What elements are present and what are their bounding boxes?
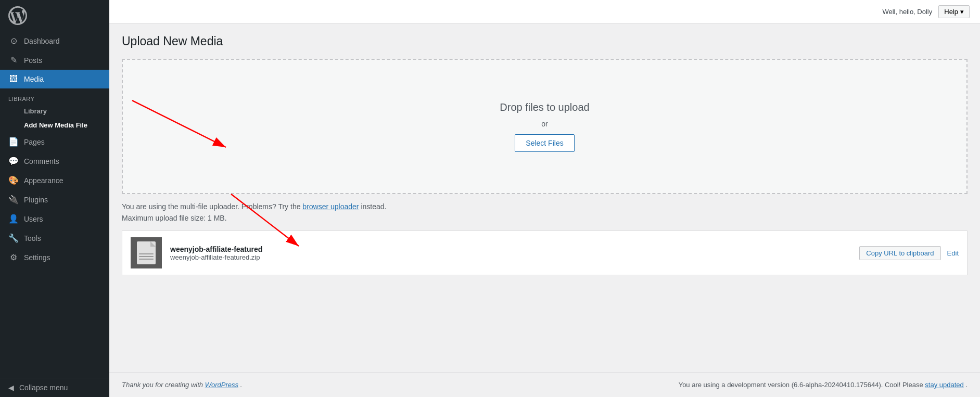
- file-icon-inner: [137, 241, 156, 264]
- chevron-down-icon: ▾: [960, 8, 964, 16]
- file-filename: weenyjob-affiliate-featured.zip: [170, 253, 851, 261]
- footer-left: Thank you for creating with WordPress .: [122, 381, 242, 389]
- file-icon-lines: [139, 253, 154, 261]
- sidebar-item-users[interactable]: 👤 Users: [0, 209, 109, 228]
- plugins-icon: 🔌: [8, 195, 19, 204]
- uploader-text: You are using the multi-file uploader. P…: [122, 202, 300, 211]
- footer-period2: .: [965, 381, 968, 389]
- pages-icon: 📄: [8, 137, 19, 147]
- stay-updated-link[interactable]: stay updated: [925, 381, 963, 389]
- settings-icon: ⚙: [8, 252, 19, 262]
- media-icon: 🖼: [8, 74, 19, 84]
- dashboard-icon: ⊙: [8, 36, 19, 46]
- appearance-icon: 🎨: [8, 175, 19, 185]
- copy-url-button[interactable]: Copy URL to clipboard: [859, 246, 940, 260]
- file-info: weenyjob-affiliate-featured weenyjob-aff…: [170, 245, 851, 261]
- sidebar-item-settings[interactable]: ⚙ Settings: [0, 248, 109, 267]
- select-files-button[interactable]: Select Files: [515, 134, 574, 152]
- sidebar-item-appearance-label: Appearance: [24, 176, 63, 185]
- topbar: Well, hello, Dolly Help ▾: [109, 0, 980, 24]
- sidebar-item-media-label: Media: [24, 75, 44, 83]
- media-library-label: Library: [0, 88, 109, 104]
- wordpress-icon: [8, 6, 27, 25]
- sidebar-item-users-label: Users: [24, 215, 43, 223]
- file-icon: [131, 237, 162, 268]
- greeting-text: Well, hello, Dolly: [882, 8, 932, 16]
- sidebar-item-pages-label: Pages: [24, 138, 45, 146]
- file-icon-line-1: [139, 253, 154, 254]
- thank-you-text: Thank you for creating with: [122, 381, 203, 389]
- users-icon: 👤: [8, 214, 19, 224]
- tools-icon: 🔧: [8, 233, 19, 243]
- file-icon-line-3: [139, 259, 154, 260]
- drop-zone-text: Drop files to upload: [500, 101, 589, 113]
- posts-icon: ✎: [8, 55, 19, 65]
- file-row: weenyjob-affiliate-featured weenyjob-aff…: [122, 230, 968, 275]
- file-name: weenyjob-affiliate-featured: [170, 245, 851, 253]
- footer-period: .: [240, 381, 243, 389]
- uploader-info: You are using the multi-file uploader. P…: [122, 202, 968, 211]
- drop-zone[interactable]: Drop files to upload or Select Files: [122, 59, 968, 194]
- collapse-icon: ◀: [8, 383, 14, 392]
- file-actions: Copy URL to clipboard Edit: [859, 246, 959, 260]
- sidebar-item-posts-label: Posts: [24, 56, 42, 65]
- sidebar-item-tools-label: Tools: [24, 234, 41, 242]
- main-content: Well, hello, Dolly Help ▾ Upload New Med…: [109, 0, 980, 397]
- comments-icon: 💬: [8, 156, 19, 166]
- sidebar-item-tools[interactable]: 🔧 Tools: [0, 228, 109, 248]
- footer-right: You are using a development version (6.6…: [679, 381, 968, 389]
- drop-zone-wrapper: Drop files to upload or Select Files: [122, 59, 968, 194]
- sidebar-item-dashboard-label: Dashboard: [24, 37, 60, 45]
- edit-link[interactable]: Edit: [947, 249, 959, 257]
- instead-text: instead.: [361, 202, 386, 211]
- sidebar-item-dashboard[interactable]: ⊙ Dashboard: [0, 31, 109, 50]
- wordpress-link[interactable]: WordPress: [205, 381, 238, 389]
- sidebar-item-comments[interactable]: 💬 Comments: [0, 151, 109, 171]
- sidebar-item-pages[interactable]: 📄 Pages: [0, 132, 109, 151]
- page-content: Upload New Media Drop files to upload or…: [109, 24, 980, 362]
- footer: Thank you for creating with WordPress . …: [109, 372, 980, 397]
- file-icon-line-2: [139, 256, 154, 257]
- page-title: Upload New Media: [122, 34, 968, 48]
- sidebar-sub-item-add-new[interactable]: Add New Media File: [0, 118, 109, 132]
- sidebar: ⊙ Dashboard ✎ Posts 🖼 Media Library Libr…: [0, 0, 109, 397]
- dev-version-text: You are using a development version (6.6…: [679, 381, 923, 389]
- help-label: Help: [944, 8, 958, 16]
- wp-logo: [0, 0, 109, 31]
- sidebar-item-settings-label: Settings: [24, 253, 50, 262]
- sidebar-item-posts[interactable]: ✎ Posts: [0, 50, 109, 70]
- collapse-menu-button[interactable]: ◀ Collapse menu: [0, 378, 109, 397]
- drop-zone-or: or: [541, 120, 548, 128]
- sidebar-item-comments-label: Comments: [24, 157, 59, 165]
- max-size-text: Maximum upload file size: 1 MB.: [122, 214, 968, 222]
- sidebar-item-plugins[interactable]: 🔌 Plugins: [0, 190, 109, 209]
- sidebar-item-appearance[interactable]: 🎨 Appearance: [0, 171, 109, 190]
- sidebar-item-media[interactable]: 🖼 Media: [0, 70, 109, 88]
- sidebar-item-plugins-label: Plugins: [24, 196, 48, 204]
- media-sub-section: Library Library Add New Media File: [0, 88, 109, 132]
- sidebar-sub-item-library[interactable]: Library: [0, 104, 109, 118]
- browser-uploader-link[interactable]: browser uploader: [302, 202, 359, 211]
- collapse-menu-label: Collapse menu: [19, 383, 68, 392]
- help-button[interactable]: Help ▾: [938, 5, 970, 18]
